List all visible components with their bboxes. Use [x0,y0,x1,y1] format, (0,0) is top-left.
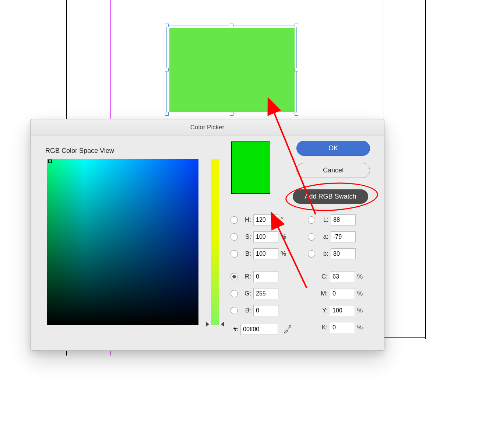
label-hex: #: [231,326,238,333]
input-g[interactable] [253,288,278,299]
input-b-rgb[interactable] [253,305,278,316]
radio-b-rgb[interactable] [231,307,238,314]
label-c: C: [317,273,328,280]
color-preview [231,141,270,194]
label-g: G: [241,290,251,297]
input-s[interactable] [253,231,278,242]
input-l[interactable] [331,214,356,225]
unit-m: % [357,290,365,297]
input-hex[interactable] [240,324,278,335]
label-m: M: [317,290,328,297]
label-b-rgb: B: [241,307,251,314]
radio-g[interactable] [231,290,238,297]
dialog-title: Color Picker [31,119,384,136]
input-k[interactable] [330,322,355,333]
unit-c: % [357,273,365,280]
hue-slider[interactable] [211,159,219,325]
radio-r[interactable] [231,273,238,280]
input-r[interactable] [253,271,278,282]
input-h[interactable] [253,214,278,225]
label-y: Y: [317,307,328,314]
cancel-button[interactable]: Cancel [296,163,370,178]
selection-handle-se[interactable] [295,112,298,116]
label-b-lab: b: [318,250,328,258]
selection-handle-nw[interactable] [165,24,169,27]
selection-handle-ne[interactable] [295,24,298,27]
label-b-hsb: B: [241,250,251,258]
selection-handle-e[interactable] [295,68,298,71]
unit-h: ° [281,216,288,224]
color-field[interactable] [47,159,198,325]
input-c[interactable] [330,271,355,282]
selection-handle-w[interactable] [165,68,169,71]
label-l: L: [318,216,328,224]
unit-b-hsb: % [281,250,288,258]
radio-b-lab[interactable] [308,250,315,258]
input-m[interactable] [330,288,355,299]
label-a: a: [318,233,328,241]
selection-handle-sw[interactable] [165,112,169,116]
input-b-hsb[interactable] [253,248,278,259]
radio-s[interactable] [231,233,238,241]
guide-black-right [425,0,426,339]
label-h: H: [241,216,251,224]
ok-button[interactable]: OK [296,141,370,156]
label-k: K: [317,324,328,331]
input-b-lab[interactable] [331,248,356,259]
add-rgb-swatch-button[interactable]: Add RGB Swatch [293,189,368,204]
unit-y: % [357,307,365,314]
unit-k: % [357,324,365,331]
radio-b-hsb[interactable] [231,250,238,258]
selection-bounding-box [166,25,297,114]
hue-slider-indicator-right [221,322,224,327]
radio-a[interactable] [308,233,315,241]
label-s: S: [241,233,251,241]
color-field-cursor [48,160,52,163]
color-picker-dialog: Color Picker RGB Color Space View OK Can… [30,119,384,351]
selection-handle-n[interactable] [230,24,233,27]
hue-slider-indicator-left [206,322,209,327]
input-y[interactable] [330,305,355,316]
color-value-fields: H: ° L: S: % a: [231,211,378,336]
radio-l[interactable] [308,216,315,224]
eyedropper-icon[interactable] [283,325,291,333]
selection-handle-s[interactable] [230,112,233,116]
unit-s: % [281,233,288,241]
input-a[interactable] [331,231,356,242]
radio-h[interactable] [231,216,238,224]
label-r: R: [241,273,251,280]
